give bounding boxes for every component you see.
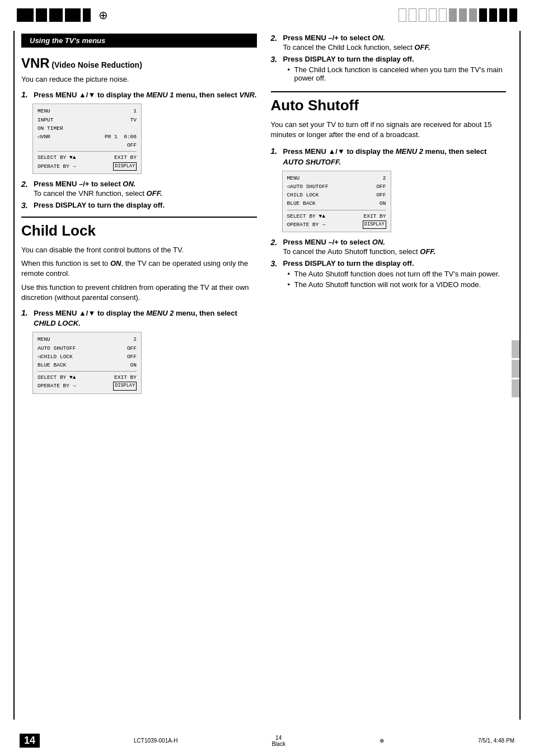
footer: 14 LCT1039-001A-H 14 Black ⊕ 7/5/1, 4:48… [20,734,514,748]
vnr-step1-content: Press MENU ▲/▼ to display the MENU 1 men… [34,90,257,100]
vnr-step1-text: Press MENU ▲/▼ to display the MENU 1 men… [34,91,257,99]
vnr-step3: 3. Press DISPLAY to turn the display off… [21,201,257,210]
child-lock-step3-content: Press DISPLAY to turn the display off. •… [283,55,507,82]
right-column: 2. Press MENU –/+ to select ON. To cance… [271,34,507,711]
page-number-box: 14 [20,734,40,748]
footer-center-area: 14 Black [271,735,285,747]
vnr-step3-content: Press DISPLAY to turn the display off. [34,201,257,210]
child-lock-intro3: Use this function to prevent children fr… [21,283,257,303]
auto-shutoff-intro: You can set your TV to turn off if no si… [271,120,507,140]
right-grey-bars [512,340,519,397]
vnr-step2-sub: To cancel the VNR function, select OFF. [34,189,257,198]
top-decoration: ⊕ [17,8,517,22]
child-lock-menu-box: MENU 2 AUTO SHUTOFF OFF ◁CHILD LOCK OFF … [32,332,142,394]
grey-bar-2 [512,360,519,378]
vnr-step2-content: Press MENU –/+ to select ON. To cancel t… [34,180,257,198]
footer-left-text: LCT1039-001A-H [134,738,177,744]
vnr-step3-label: 3. [21,201,34,210]
auto-shutoff-menu-box: MENU 2 ◁AUTO SHUTOFF OFF CHILD LOCK OFF … [282,171,391,233]
rblock11 [499,8,507,22]
rblock4 [429,8,437,22]
auto-shutoff-step2-text: Press MENU –/+ to select ON. [283,238,385,246]
rblock2 [409,8,416,22]
top-left-blocks: ⊕ [17,8,108,22]
auto-shutoff-step3-text: Press DISPLAY to turn the display off. [283,259,414,267]
auto-shutoff-step2-content: Press MENU –/+ to select ON. To cancel t… [283,238,507,256]
block3 [49,8,63,22]
auto-shutoff-step2-label: 2. [271,238,283,256]
auto-shutoff-display-btn: DISPLAY [363,220,386,229]
section-header: Using the TV's menus [21,34,257,48]
vnr-step2-label: 2. [21,180,34,198]
rblock9 [479,8,487,22]
vnr-step2: 2. Press MENU –/+ to select ON. To cance… [21,180,257,198]
vnr-menu-title-row: MENU 1 [38,107,137,115]
block2 [36,8,47,22]
block4 [65,8,81,22]
vnr-step1: 1. Press MENU ▲/▼ to display the MENU 1 … [21,90,257,100]
vnr-intro: You can reduce the picture noise. [21,74,257,84]
rblock10 [489,8,497,22]
rblock6 [449,8,457,22]
block5 [83,8,91,22]
child-lock-step1-text: Press MENU ▲/▼ to display the MENU 2 men… [34,309,237,327]
auto-shutoff-step1-content: Press MENU ▲/▼ to display the MENU 2 men… [283,147,507,167]
auto-shutoff-step2-sub: To cancel the Auto Shutoff function, sel… [283,247,507,256]
rblock12 [509,8,517,22]
child-lock-step2-sub: To cancel the Child Lock function, selec… [283,43,507,51]
grey-bar-1 [512,340,519,358]
child-lock-display-btn: DISPLAY [113,382,137,391]
vnr-heading: VNR (Video Noise Reduction) [21,55,257,71]
auto-shutoff-step1-label: 1. [271,147,283,167]
child-lock-step1-content: Press MENU ▲/▼ to display the MENU 2 men… [34,308,257,328]
child-lock-step3: 3. Press DISPLAY to turn the display off… [271,55,507,82]
auto-shutoff-title: Auto Shutoff [271,97,507,114]
child-lock-intro2: When this function is set to ON, the TV … [21,259,257,279]
child-lock-intro1: You can disable the front control button… [21,245,257,255]
child-lock-step3-bullet: • The Child Lock function is canceled wh… [288,65,507,82]
auto-shutoff-step1-text: Press MENU ▲/▼ to display the MENU 2 men… [283,147,487,166]
right-border-line [519,31,521,720]
left-border-line [13,31,15,720]
vnr-menu-box: MENU 1 INPUT TV ON TIMER ◁VNR PR 1 0:00 … [32,104,142,174]
rblock8 [469,8,477,22]
auto-shutoff-divider [271,91,507,92]
child-lock-title: Child Lock [21,222,257,240]
vnr-step1-label: 1. [21,90,34,100]
rblock1 [399,8,406,22]
auto-shutoff-step3: 3. Press DISPLAY to turn the display off… [271,259,507,289]
grey-bar-3 [512,379,519,397]
child-lock-step3-text: Press DISPLAY to turn the display off. [283,55,414,63]
left-column: Using the TV's menus VNR (Video Noise Re… [21,34,257,711]
child-lock-step1-label: 1. [21,308,34,328]
child-lock-step3-label: 3. [271,55,283,82]
child-lock-step1: 1. Press MENU ▲/▼ to display the MENU 2 … [21,308,257,328]
vnr-step2-text: Press MENU –/+ to select ON. [34,180,135,188]
footer-compass: ⊕ [380,738,384,744]
auto-shutoff-step3-content: Press DISPLAY to turn the display off. •… [283,259,507,289]
child-lock-step2-content: Press MENU –/+ to select ON. To cancel t… [283,34,507,51]
child-lock-step2: 2. Press MENU –/+ to select ON. To cance… [271,34,507,51]
child-lock-divider [21,217,257,218]
compass-icon: ⊕ [99,8,108,22]
vnr-step3-text: Press DISPLAY to turn the display off. [34,201,165,209]
rblock5 [439,8,447,22]
top-right-blocks [399,8,517,22]
auto-shutoff-step1: 1. Press MENU ▲/▼ to display the MENU 2 … [271,147,507,167]
vnr-display-btn: DISPLAY [113,162,137,171]
block1 [17,8,34,22]
auto-shutoff-step3-label: 3. [271,259,283,289]
main-content: Using the TV's menus VNR (Video Noise Re… [21,34,506,711]
child-lock-step2-text: Press MENU –/+ to select ON. [283,34,385,42]
rblock3 [419,8,427,22]
footer-right-text: 7/5/1, 4:48 PM [478,738,514,744]
rblock7 [459,8,467,22]
auto-shutoff-bullet1: • The Auto Shutoff function does not tur… [288,270,507,278]
child-lock-step2-label: 2. [271,34,283,51]
auto-shutoff-step2: 2. Press MENU –/+ to select ON. To cance… [271,238,507,256]
auto-shutoff-bullet2: • The Auto Shutoff function will not wor… [288,280,507,289]
page-number-area: 14 [20,734,40,748]
